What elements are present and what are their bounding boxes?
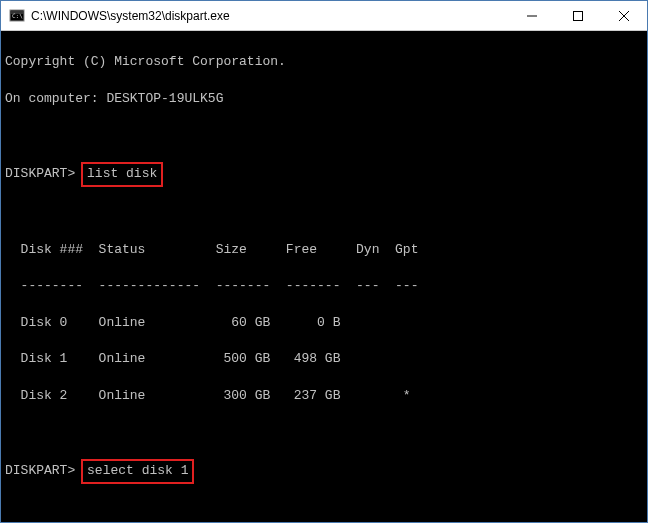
prompt-line: DISKPART> select disk 1	[5, 459, 647, 483]
maximize-button[interactable]	[555, 1, 601, 30]
prompt: DISKPART>	[5, 166, 75, 181]
prompt-line: DISKPART> list disk	[5, 162, 647, 186]
prompt: DISKPART>	[5, 463, 75, 478]
command-highlight: list disk	[81, 162, 163, 186]
blank-line	[5, 423, 647, 441]
blank-line	[5, 502, 647, 520]
app-icon: C:\	[9, 8, 25, 24]
command-highlight: select disk 1	[81, 459, 194, 483]
svg-text:C:\: C:\	[12, 12, 23, 19]
disk-row: Disk 0 Online 60 GB 0 B	[5, 314, 647, 332]
disk-table-divider: -------- ------------- ------- ------- -…	[5, 277, 647, 295]
computer-line: On computer: DESKTOP-19ULK5G	[5, 90, 647, 108]
close-button[interactable]	[601, 1, 647, 30]
window-title: C:\WINDOWS\system32\diskpart.exe	[31, 9, 509, 23]
window-controls	[509, 1, 647, 30]
disk-table-header: Disk ### Status Size Free Dyn Gpt	[5, 241, 647, 259]
minimize-button[interactable]	[509, 1, 555, 30]
terminal-output[interactable]: Copyright (C) Microsoft Corporation. On …	[1, 31, 647, 522]
title-bar: C:\ C:\WINDOWS\system32\diskpart.exe	[1, 1, 647, 31]
disk-row: Disk 1 Online 500 GB 498 GB	[5, 350, 647, 368]
blank-line	[5, 205, 647, 223]
copyright-line: Copyright (C) Microsoft Corporation.	[5, 53, 647, 71]
blank-line	[5, 126, 647, 144]
svg-rect-4	[574, 11, 583, 20]
disk-row: Disk 2 Online 300 GB 237 GB *	[5, 387, 647, 405]
